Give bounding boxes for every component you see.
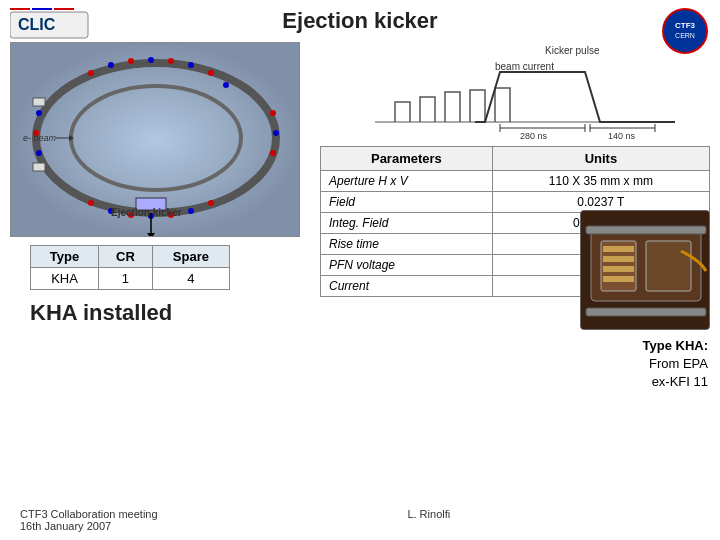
svg-rect-60: [586, 308, 706, 316]
kha-installed-label: KHA installed: [30, 300, 310, 326]
param-aperture: Aperture H x V: [321, 171, 493, 192]
table-row: KHA 1 4: [31, 268, 230, 290]
svg-rect-56: [603, 256, 634, 262]
svg-point-18: [223, 82, 229, 88]
value-aperture: 110 X 35 mm x mm: [492, 171, 709, 192]
units-col-header: Units: [492, 147, 709, 171]
accelerator-diagram: e- beam Ejection kicker: [10, 42, 300, 237]
svg-text:Kicker pulse: Kicker pulse: [545, 45, 600, 56]
svg-point-24: [188, 208, 194, 214]
svg-point-14: [148, 57, 154, 63]
svg-point-30: [273, 130, 279, 136]
svg-point-16: [188, 62, 194, 68]
cell-cr: 1: [99, 268, 153, 290]
svg-point-11: [88, 70, 94, 76]
svg-point-28: [36, 150, 42, 156]
page-title: Ejection kicker: [0, 0, 720, 38]
footer-meeting: CTF3 Collaboration meeting: [20, 508, 158, 520]
left-panel: e- beam Ejection kicker Type CR: [10, 42, 310, 326]
param-pfn-voltage: PFN voltage: [321, 255, 493, 276]
type-kha-label: Type KHA:: [643, 338, 708, 353]
svg-rect-38: [33, 98, 45, 106]
svg-point-12: [108, 62, 114, 68]
svg-rect-54: [646, 241, 691, 291]
svg-text:CTF3: CTF3: [675, 21, 696, 30]
cell-spare: 4: [152, 268, 229, 290]
params-col-header: Parameters: [321, 147, 493, 171]
col-spare: Spare: [152, 246, 229, 268]
svg-rect-59: [586, 226, 706, 234]
svg-point-19: [88, 200, 94, 206]
cell-type: KHA: [31, 268, 99, 290]
type-table: Type CR Spare KHA 1 4: [30, 245, 230, 290]
svg-text:CERN: CERN: [675, 32, 695, 39]
svg-text:e- beam: e- beam: [23, 133, 57, 143]
svg-text:280 ns: 280 ns: [520, 131, 548, 141]
ex-kfi-label: ex-KFI 11: [652, 374, 708, 389]
svg-point-17: [208, 70, 214, 76]
footer-date: 16th January 2007: [20, 520, 158, 532]
svg-point-29: [270, 110, 276, 116]
svg-point-26: [36, 110, 42, 116]
footer-author: L. Rinolfi: [407, 508, 450, 532]
svg-rect-58: [603, 276, 634, 282]
param-rise-time: Rise time: [321, 234, 493, 255]
svg-point-15: [168, 58, 174, 64]
col-type: Type: [31, 246, 99, 268]
svg-text:140 ns: 140 ns: [608, 131, 636, 141]
svg-point-25: [208, 200, 214, 206]
param-integ-field: Integ. Field: [321, 213, 493, 234]
svg-rect-55: [603, 246, 634, 252]
pulse-diagram: Kicker pulse beam current: [320, 42, 710, 142]
kicker-photo: [580, 210, 710, 330]
col-cr: CR: [99, 246, 153, 268]
svg-point-13: [128, 58, 134, 64]
table-row: Aperture H x V 110 X 35 mm x mm: [321, 171, 710, 192]
svg-text:beam current: beam current: [495, 61, 554, 72]
kicker-diagram-label: Ejection kicker: [111, 207, 182, 218]
svg-rect-57: [603, 266, 634, 272]
footer: CTF3 Collaboration meeting 16th January …: [0, 508, 720, 532]
param-current: Current: [321, 276, 493, 297]
svg-rect-39: [33, 163, 45, 171]
from-epa-label: From EPA: [649, 356, 708, 371]
svg-point-31: [270, 150, 276, 156]
footer-left: CTF3 Collaboration meeting 16th January …: [20, 508, 158, 532]
param-field: Field: [321, 192, 493, 213]
